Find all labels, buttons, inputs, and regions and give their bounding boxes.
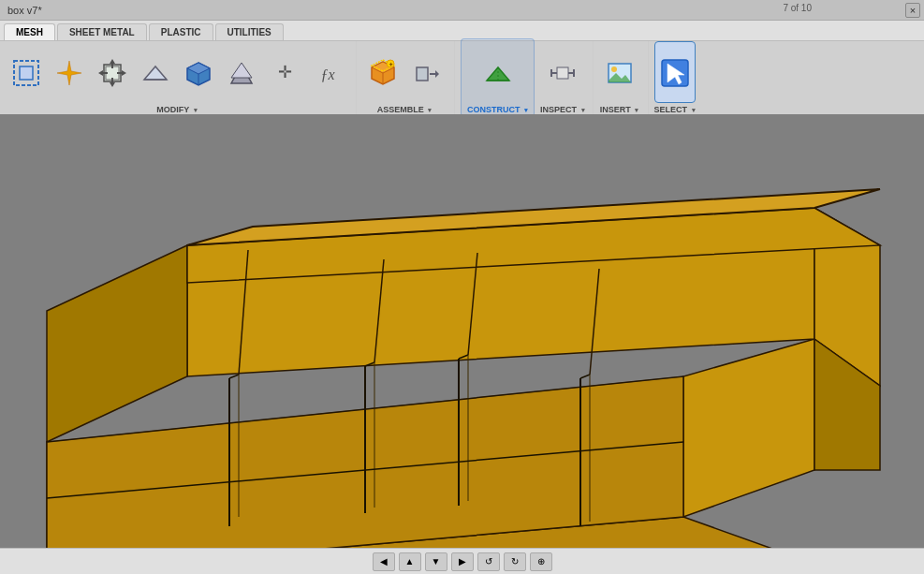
close-button[interactable]: × <box>905 3 920 18</box>
status-zoom-btn[interactable]: ⊕ <box>530 552 552 571</box>
app-title: box v7* <box>7 5 42 16</box>
svg-rect-37 <box>557 67 568 79</box>
assemble-move-btn[interactable] <box>405 41 447 103</box>
tab-mesh[interactable]: MESH <box>4 23 55 40</box>
tab-plastic[interactable]: PLASTIC <box>149 23 213 40</box>
status-redo-btn[interactable]: ↻ <box>504 552 526 571</box>
modify-move-btn[interactable] <box>92 41 133 103</box>
insert-image-btn[interactable] <box>599 41 640 103</box>
insert-image-icon <box>605 58 635 88</box>
select-arrow-icon <box>660 58 690 88</box>
construct-group-label: CONSTRUCT ▾ <box>467 105 528 114</box>
3d-viewport[interactable]: — | <box>0 114 924 574</box>
modify-move4-btn[interactable]: ✛ <box>264 41 305 103</box>
modify-group-label: MODIFY ▾ <box>156 105 197 114</box>
inspect-measure-btn[interactable] <box>542 41 583 103</box>
svg-marker-12 <box>122 70 126 76</box>
inspect-icons <box>542 41 583 103</box>
tab-utilities[interactable]: UTILITIES <box>215 23 284 40</box>
modify-box-btn[interactable] <box>178 41 219 103</box>
modify-group: ✛ ƒx MODIFY ▾ <box>6 41 357 114</box>
modify-spark-btn[interactable] <box>49 41 90 103</box>
status-down-btn[interactable]: ▼ <box>425 552 447 571</box>
insert-group: INSERT ▾ <box>599 41 649 114</box>
svg-text:✛: ✛ <box>278 63 292 81</box>
svg-marker-30 <box>435 70 439 78</box>
inspect-group: INSPECT ▾ <box>540 41 594 114</box>
svg-marker-8 <box>110 82 115 87</box>
assemble-icons: ✦ <box>362 41 447 103</box>
box-select-icon <box>11 58 41 88</box>
select-arrow-btn[interactable] <box>654 41 696 103</box>
construct-group: CONSTRUCT ▾ <box>461 38 535 117</box>
svg-marker-19 <box>231 63 252 78</box>
spark-icon <box>54 58 84 88</box>
svg-marker-2 <box>57 61 81 85</box>
assemble-joint-btn[interactable]: ✦ <box>362 41 403 103</box>
move4-icon: ✛ <box>270 58 300 88</box>
modify-formula-btn[interactable]: ƒx <box>307 41 348 103</box>
insert-group-label: INSERT ▾ <box>600 105 639 114</box>
status-up-btn[interactable]: ▲ <box>399 552 421 571</box>
svg-rect-4 <box>106 66 119 80</box>
modify-plane-btn[interactable] <box>135 41 176 103</box>
svg-text:ƒx: ƒx <box>320 66 334 82</box>
construct-plane-icon <box>483 58 513 88</box>
svg-text:✦: ✦ <box>389 62 393 67</box>
plane-icon <box>140 58 170 88</box>
assemble-group: ✦ ASSEMBLE ▾ <box>362 41 455 114</box>
select-group-label: SELECT ▾ <box>654 105 696 114</box>
inspect-group-label: INSPECT ▾ <box>540 105 585 114</box>
svg-rect-1 <box>20 66 33 80</box>
status-next-btn[interactable]: ▶ <box>451 552 474 571</box>
3d-box-svg <box>0 114 924 574</box>
title-bar: box v7* 7 of 10 × <box>0 0 924 21</box>
construct-plane-btn[interactable] <box>477 41 519 103</box>
svg-rect-28 <box>417 67 428 81</box>
tab-sheet-metal[interactable]: SHEET METAL <box>57 23 147 40</box>
status-undo-btn[interactable]: ↺ <box>477 552 500 571</box>
svg-marker-6 <box>110 59 115 64</box>
modify-box-select-btn[interactable] <box>6 41 47 103</box>
thicken-icon <box>227 58 257 88</box>
modify-thicken-btn[interactable] <box>221 41 262 103</box>
inspect-measure-icon <box>548 58 578 88</box>
select-icons <box>654 41 696 103</box>
assemble-move-icon <box>411 58 441 88</box>
status-bar: ◀ ▲ ▼ ▶ ↺ ↻ ⊕ <box>0 548 924 574</box>
icon-bar: ✛ ƒx MODIFY ▾ <box>0 41 924 114</box>
select-group: SELECT ▾ <box>654 41 703 114</box>
formula-icon: ƒx <box>313 58 343 88</box>
construct-icons <box>477 41 519 103</box>
nav-indicator: 7 of 10 <box>783 3 812 13</box>
svg-point-39 <box>611 66 617 72</box>
svg-marker-10 <box>98 70 103 76</box>
assemble-group-label: ASSEMBLE ▾ <box>377 105 433 114</box>
3d-box-icon <box>183 58 213 88</box>
svg-marker-13 <box>144 66 167 80</box>
move-icon <box>97 58 127 88</box>
insert-icons <box>599 41 640 103</box>
status-prev-btn[interactable]: ◀ <box>373 552 395 571</box>
modify-icons: ✛ ƒx <box>6 41 348 103</box>
joint-icon: ✦ <box>368 58 398 88</box>
svg-marker-31 <box>487 67 509 81</box>
